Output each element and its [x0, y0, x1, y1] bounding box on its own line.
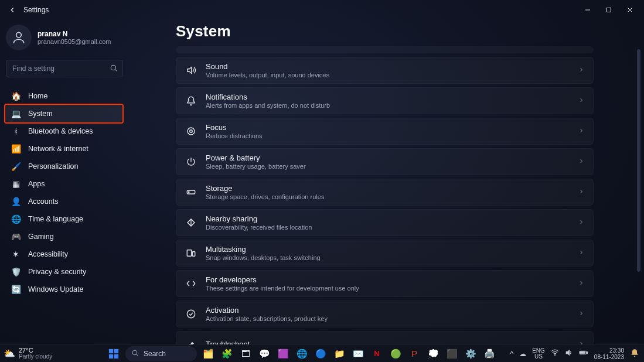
start-button[interactable] — [105, 346, 122, 362]
card-title: Multitasking — [206, 245, 321, 254]
sidebar-item-time[interactable]: 🌐Time & language — [6, 211, 122, 227]
card-title: For developers — [206, 275, 359, 284]
sidebar-item-label: Gaming — [28, 233, 54, 241]
multitask-icon — [185, 247, 197, 259]
user-name: pranav N — [38, 30, 111, 38]
setting-card-notifications[interactable]: NotificationsAlerts from apps and system… — [176, 87, 594, 114]
personal-icon: 🖌️ — [11, 161, 21, 172]
app-file-explorer[interactable]: 📁 — [332, 346, 347, 361]
home-icon: 🏠 — [11, 91, 21, 101]
app-files[interactable]: 🧩 — [219, 346, 234, 361]
clock[interactable]: 23:30 08-11-2023 — [594, 347, 624, 360]
system-icon: 💻 — [11, 108, 21, 119]
troubleshoot-icon — [185, 338, 197, 344]
setting-card-developers[interactable]: For developersThese settings are intende… — [176, 270, 594, 297]
sidebar-item-label: Network & internet — [28, 145, 88, 153]
app-settings[interactable]: ⚙️ — [463, 346, 478, 361]
card-subtitle: Sleep, battery usage, battery saver — [206, 163, 306, 170]
close-button[interactable] — [619, 2, 640, 18]
profile[interactable]: pranav N pranavn0505@gmail.com — [6, 23, 129, 52]
setting-card-nearby[interactable]: Nearby sharingDiscoverability, received … — [176, 209, 594, 236]
sidebar-item-label: Apps — [28, 180, 45, 188]
app-taskview[interactable]: 🗂️ — [200, 346, 216, 361]
taskbar: ⛅ 27°C Partly cloudy Search 🗂️ 🧩 🗔 💬 🟪 🌐… — [0, 344, 644, 362]
app-powerpoint[interactable]: P — [407, 346, 422, 361]
weather-icon: ⛅ — [4, 348, 15, 359]
chevron-right-icon — [578, 156, 585, 167]
page-title: System — [176, 22, 640, 40]
app-edge[interactable]: 🔵 — [313, 346, 328, 361]
volume-icon[interactable] — [565, 349, 573, 358]
svg-rect-8 — [192, 252, 195, 257]
sidebar-item-label: Personalization — [28, 162, 78, 170]
search-input[interactable] — [12, 64, 106, 73]
sidebar-nav: 🏠Home💻SystemᚼBluetooth & devices📶Network… — [6, 88, 122, 298]
back-button[interactable] — [7, 5, 18, 15]
battery-icon[interactable] — [579, 349, 588, 358]
gaming-icon: 🎮 — [11, 231, 21, 242]
svg-rect-11 — [114, 349, 118, 353]
app-printer[interactable]: 🖨️ — [482, 346, 497, 361]
app-chrome[interactable]: 🌐 — [294, 346, 309, 361]
sidebar-item-label: Accessibility — [28, 250, 68, 258]
tray-onedrive-icon[interactable]: ☁ — [519, 350, 526, 358]
app-browser2[interactable]: 🟢 — [388, 346, 403, 361]
card-subtitle: Snap windows, desktops, task switching — [206, 254, 321, 261]
sidebar-item-label: Accounts — [28, 197, 58, 206]
wifi-icon[interactable] — [551, 349, 559, 358]
language-indicator[interactable]: ENG US — [532, 348, 545, 360]
sidebar-item-update[interactable]: 🔄Windows Update — [6, 281, 122, 298]
setting-card-troubleshoot[interactable]: Troubleshoot — [176, 331, 594, 344]
tray-overflow[interactable]: ^ — [510, 350, 514, 358]
app-mail[interactable]: ✉️ — [350, 346, 366, 361]
chevron-right-icon — [578, 95, 585, 106]
scrollbar[interactable] — [637, 49, 640, 272]
card-title: Focus — [206, 123, 263, 132]
app-terminal[interactable]: ⬛ — [444, 346, 459, 361]
bluetooth-icon: ᚼ — [11, 126, 21, 136]
app-teams[interactable]: 💬 — [257, 346, 272, 361]
app-explorer[interactable]: 🗔 — [238, 346, 253, 361]
sidebar-item-accounts[interactable]: 👤Accounts — [6, 193, 122, 210]
power-icon — [185, 155, 197, 168]
setting-card-focus[interactable]: FocusReduce distractions — [176, 118, 594, 145]
weather-widget[interactable]: ⛅ 27°C Partly cloudy — [4, 347, 103, 360]
sidebar-item-apps[interactable]: ▦Apps — [6, 176, 122, 192]
card-title: Power & battery — [206, 153, 306, 162]
storage-icon — [185, 186, 197, 199]
window-title: Settings — [23, 6, 49, 14]
update-icon: 🔄 — [11, 284, 21, 295]
minimize-button[interactable] — [577, 2, 598, 18]
card-truncated-top — [176, 46, 594, 53]
app-netflix[interactable]: N — [369, 346, 384, 361]
svg-point-6 — [189, 192, 190, 193]
taskbar-search[interactable]: Search — [125, 346, 197, 361]
activation-icon — [185, 308, 197, 320]
app-chat[interactable]: 💭 — [425, 346, 441, 361]
setting-card-storage[interactable]: StorageStorage space, drives, configurat… — [176, 179, 594, 206]
sidebar-item-system[interactable]: 💻System — [6, 105, 122, 122]
sidebar-item-privacy[interactable]: 🛡️Privacy & security — [6, 264, 122, 280]
sidebar-item-label: Time & language — [28, 215, 83, 223]
maximize-button[interactable] — [598, 2, 619, 18]
sidebar-item-accessibility[interactable]: ✶Accessibility — [6, 246, 122, 262]
setting-card-power[interactable]: Power & batterySleep, battery usage, bat… — [176, 148, 594, 175]
sidebar-item-network[interactable]: 📶Network & internet — [6, 141, 122, 157]
sidebar-item-home[interactable]: 🏠Home — [6, 88, 122, 104]
svg-point-9 — [187, 310, 195, 318]
sidebar-item-bluetooth[interactable]: ᚼBluetooth & devices — [6, 123, 122, 139]
svg-rect-0 — [607, 8, 611, 12]
card-subtitle: Alerts from apps and system, do not dist… — [206, 102, 330, 109]
sidebar-item-personal[interactable]: 🖌️Personalization — [6, 158, 122, 175]
privacy-icon: 🛡️ — [11, 267, 21, 277]
settings-search[interactable] — [6, 60, 123, 77]
card-title: Notifications — [206, 93, 330, 101]
setting-card-sound[interactable]: SoundVolume levels, output, input, sound… — [176, 57, 594, 84]
chevron-right-icon — [578, 217, 585, 228]
setting-card-activation[interactable]: ActivationActivation state, subscription… — [176, 300, 594, 327]
card-title: Troubleshoot — [206, 340, 250, 344]
setting-card-multitask[interactable]: MultitaskingSnap windows, desktops, task… — [176, 240, 594, 267]
sidebar-item-gaming[interactable]: 🎮Gaming — [6, 228, 122, 245]
notifications-icon[interactable] — [630, 349, 640, 359]
app-ide[interactable]: 🟪 — [275, 346, 291, 361]
